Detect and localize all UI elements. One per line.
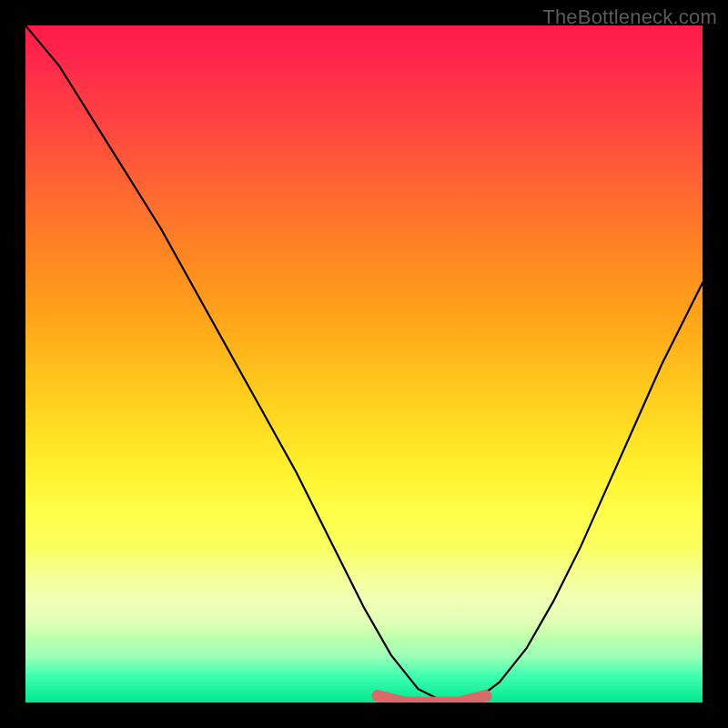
chart-svg <box>25 25 703 703</box>
bottleneck-curve-path <box>25 25 703 703</box>
chart-plot-area <box>25 25 703 703</box>
flat-highlight-path <box>378 696 486 703</box>
watermark-text: TheBottleneck.com <box>542 5 717 29</box>
